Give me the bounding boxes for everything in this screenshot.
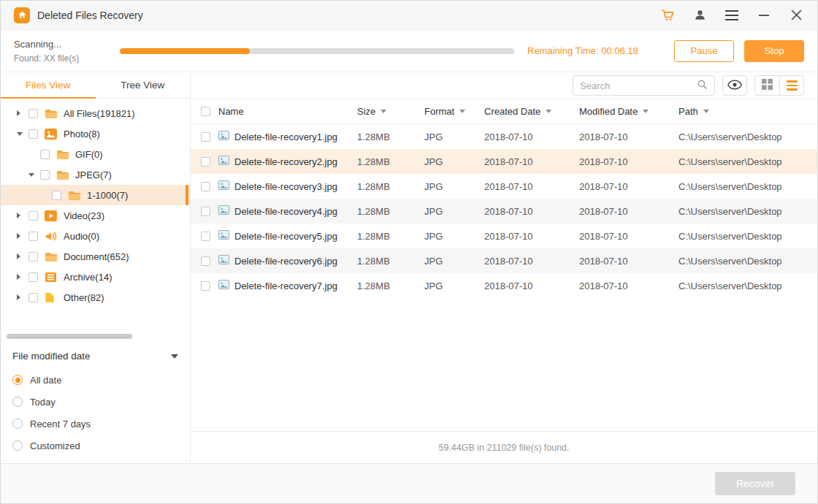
- image-file-icon: [218, 156, 229, 167]
- checkbox[interactable]: [28, 109, 38, 118]
- row-checkbox[interactable]: [201, 207, 210, 216]
- table-row[interactable]: Delete-file-recovery4.jpg 1.28MB JPG 201…: [191, 199, 817, 224]
- tree-item-label: Photo(8): [64, 129, 100, 140]
- radio-today[interactable]: Today: [12, 391, 178, 413]
- column-header-modified[interactable]: Modified Date: [579, 106, 679, 117]
- view-tabs: Files View Tree View: [1, 72, 190, 99]
- file-name: Delete-file-recovery5.jpg: [234, 231, 337, 242]
- tree-item-all-files[interactable]: All Files(191821): [1, 103, 190, 123]
- checkbox[interactable]: [28, 272, 38, 282]
- search-input[interactable]: [580, 80, 697, 91]
- row-checkbox[interactable]: [201, 132, 210, 142]
- expander-icon[interactable]: [17, 110, 28, 116]
- tree-item-gif[interactable]: GIF(0): [1, 144, 190, 164]
- radio-customized[interactable]: Customized: [12, 435, 178, 457]
- tree-scrollbar-thumb[interactable]: [186, 185, 188, 205]
- table-row[interactable]: Delete-file-recovery5.jpg 1.28MB JPG 201…: [191, 224, 817, 248]
- tab-tree-view[interactable]: Tree View: [96, 72, 191, 98]
- tree-item-label: Video(23): [64, 210, 104, 221]
- checkbox[interactable]: [52, 191, 61, 200]
- expander-icon[interactable]: [17, 274, 28, 280]
- stop-button[interactable]: Stop: [744, 40, 804, 62]
- menu-icon[interactable]: [724, 7, 740, 23]
- column-header-size[interactable]: Size: [357, 106, 424, 117]
- date-filter-header[interactable]: File modified date: [12, 351, 178, 362]
- checkbox[interactable]: [28, 232, 38, 241]
- row-checkbox[interactable]: [201, 281, 210, 291]
- radio-recent-7-days[interactable]: Recent 7 days: [12, 413, 178, 435]
- file-rows: Delete-file-recovery1.jpg 1.28MB JPG 201…: [191, 124, 817, 298]
- cart-icon[interactable]: [660, 7, 676, 23]
- checkbox[interactable]: [28, 252, 38, 261]
- table-row[interactable]: Delete-file-recovery1.jpg 1.28MB JPG 201…: [191, 124, 817, 149]
- recover-button[interactable]: Recover: [715, 472, 795, 495]
- expander-icon[interactable]: [17, 233, 28, 239]
- radio-icon[interactable]: [12, 375, 23, 385]
- tree-item-video[interactable]: Video(23): [1, 205, 190, 226]
- radio-icon[interactable]: [12, 397, 23, 407]
- tree-item-jpeg[interactable]: JPEG(7): [1, 164, 190, 185]
- table-row[interactable]: Delete-file-recovery3.jpg 1.28MB JPG 201…: [191, 174, 817, 199]
- expander-icon[interactable]: [17, 253, 28, 259]
- titlebar: Deleted Files Recovery: [1, 1, 817, 30]
- account-icon[interactable]: [692, 7, 708, 23]
- image-file-icon: [218, 230, 229, 242]
- tab-files-view[interactable]: Files View: [1, 72, 96, 98]
- checkbox[interactable]: [28, 129, 38, 139]
- file-path: C:\Users\server\Desktop: [679, 156, 817, 167]
- pause-button[interactable]: Pause: [674, 40, 734, 62]
- tree-item-audio[interactable]: Audio(0): [1, 226, 190, 246]
- table-row[interactable]: Delete-file-recovery6.jpg 1.28MB JPG 201…: [191, 248, 817, 273]
- table-row[interactable]: Delete-file-recovery7.jpg 1.28MB JPG 201…: [191, 273, 817, 298]
- column-header-path[interactable]: Path: [679, 106, 817, 117]
- close-icon[interactable]: [788, 7, 804, 23]
- checkbox[interactable]: [40, 170, 50, 180]
- folder-icon: [45, 107, 58, 119]
- search-box[interactable]: [573, 75, 715, 96]
- row-checkbox[interactable]: [201, 182, 210, 191]
- home-icon[interactable]: [14, 7, 30, 23]
- minimize-icon[interactable]: [756, 7, 772, 23]
- column-header-name[interactable]: Name: [218, 106, 357, 117]
- radio-all-date[interactable]: All date: [12, 369, 178, 391]
- file-name: Delete-file-recovery4.jpg: [234, 206, 337, 217]
- eye-icon: [727, 80, 742, 92]
- row-checkbox[interactable]: [201, 256, 210, 266]
- image-file-icon: [218, 255, 229, 267]
- file-path: C:\Users\server\Desktop: [679, 231, 817, 242]
- file-name: Delete-file-recovery3.jpg: [234, 181, 337, 192]
- select-all-checkbox[interactable]: [201, 107, 210, 116]
- radio-icon[interactable]: [12, 440, 23, 451]
- column-header-format[interactable]: Format: [424, 106, 484, 117]
- list-view-button[interactable]: [779, 75, 804, 96]
- file-path: C:\Users\server\Desktop: [679, 280, 817, 291]
- horizontal-scrollbar-thumb[interactable]: [7, 334, 132, 339]
- checkbox[interactable]: [40, 150, 50, 159]
- tree-item-1-1000[interactable]: 1-1000(7): [1, 185, 190, 205]
- checkbox[interactable]: [28, 211, 38, 221]
- tree-item-other[interactable]: Other(82): [1, 287, 190, 308]
- checkbox[interactable]: [28, 293, 38, 302]
- tree-item-document[interactable]: Document(652): [1, 246, 190, 267]
- expander-icon[interactable]: [17, 132, 28, 136]
- tree-item-photo[interactable]: Photo(8): [1, 123, 190, 144]
- preview-button[interactable]: [722, 75, 747, 96]
- search-icon[interactable]: [697, 79, 708, 92]
- expander-icon[interactable]: [28, 173, 40, 177]
- row-checkbox[interactable]: [201, 157, 210, 167]
- radio-label: Recent 7 days: [30, 419, 91, 429]
- row-checkbox[interactable]: [201, 232, 210, 241]
- sort-caret-icon: [459, 110, 465, 113]
- expander-icon[interactable]: [17, 294, 28, 300]
- expander-icon[interactable]: [17, 213, 28, 218]
- table-row[interactable]: Delete-file-recovery2.jpg 1.28MB JPG 201…: [191, 149, 817, 174]
- folder-icon: [56, 148, 69, 160]
- tree-item-label: 1-1000(7): [87, 190, 128, 201]
- column-header-created[interactable]: Created Date: [484, 106, 579, 117]
- radio-icon[interactable]: [12, 419, 23, 429]
- tree-item-archive[interactable]: Archive(14): [1, 267, 190, 287]
- grid-view-button[interactable]: [754, 75, 779, 96]
- file-path: C:\Users\server\Desktop: [679, 131, 817, 142]
- file-modified: 2018-07-10: [579, 181, 679, 192]
- file-name: Delete-file-recovery7.jpg: [234, 280, 337, 291]
